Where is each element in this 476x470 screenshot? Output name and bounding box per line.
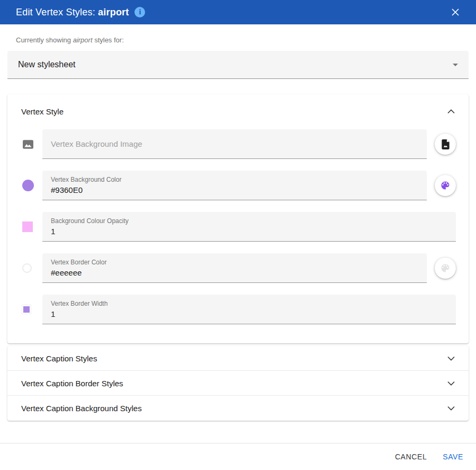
caption-style-panels: Vertex Caption Styles Vertex Caption Bor…	[7, 346, 469, 421]
chevron-up-icon	[447, 109, 455, 114]
palette-icon	[440, 180, 451, 191]
panel-vertex-caption-background-styles[interactable]: Vertex Caption Background Styles	[7, 396, 469, 421]
dropdown-caret-icon	[453, 64, 458, 66]
panel-title: Vertex Caption Border Styles	[21, 379, 123, 388]
border-width-swatch	[22, 305, 31, 314]
background-color-picker-button[interactable]	[435, 175, 456, 196]
palette-icon	[440, 263, 451, 273]
field-label: Vertex Border Color	[51, 259, 418, 266]
vertex-border-color-field[interactable]: Vertex Border Color	[42, 253, 427, 283]
vertex-border-width-input[interactable]	[51, 309, 447, 318]
opacity-swatch	[22, 221, 33, 232]
panel-vertex-caption-styles[interactable]: Vertex Caption Styles	[7, 346, 469, 371]
panel-title: Vertex Caption Styles	[21, 354, 97, 363]
vertex-background-image-input[interactable]	[51, 139, 418, 148]
close-icon	[451, 7, 460, 17]
info-icon[interactable]: i	[134, 7, 145, 17]
field-row-vertex-border-color: Vertex Border Color	[7, 253, 469, 283]
image-icon	[22, 139, 34, 149]
background-color-swatch	[22, 180, 34, 191]
vertex-background-image-field[interactable]	[42, 129, 427, 159]
dialog-header: Edit Vertex Styles: airport i	[0, 0, 476, 24]
vertex-border-color-input[interactable]	[51, 268, 418, 277]
panel-title: Vertex Caption Background Styles	[21, 404, 142, 413]
field-row-vertex-background-image	[7, 129, 469, 159]
dialog-footer: CANCEL SAVE	[0, 443, 476, 470]
close-button[interactable]	[448, 5, 462, 19]
vertex-background-color-input[interactable]	[51, 185, 418, 194]
background-colour-opacity-field[interactable]: Background Colour Opacity	[42, 212, 456, 242]
cancel-button[interactable]: CANCEL	[391, 448, 431, 465]
save-button[interactable]: SAVE	[438, 448, 468, 465]
choose-image-file-button[interactable]	[435, 134, 456, 155]
dialog-title: Edit Vertex Styles: airport	[16, 7, 129, 18]
stylesheet-select-value: New stylesheet	[18, 60, 76, 69]
entity-name: airport	[73, 36, 93, 44]
background-colour-opacity-input[interactable]	[51, 227, 447, 236]
panel-vertex-caption-border-styles[interactable]: Vertex Caption Border Styles	[7, 371, 469, 396]
vertex-style-panel-header[interactable]: Vertex Style	[7, 94, 469, 123]
image-file-icon	[441, 139, 451, 150]
vertex-style-fields: Vertex Background Color Backg	[7, 123, 469, 343]
chevron-down-icon	[447, 406, 455, 411]
field-row-vertex-border-width: Vertex Border Width	[7, 295, 469, 324]
vertex-style-panel-title: Vertex Style	[21, 107, 64, 116]
field-row-vertex-background-color: Vertex Background Color	[7, 171, 469, 200]
field-label: Background Colour Opacity	[51, 217, 447, 225]
chevron-down-icon	[447, 381, 455, 386]
field-label: Vertex Background Color	[51, 176, 418, 183]
field-row-background-colour-opacity: Background Colour Opacity	[7, 212, 469, 242]
chevron-down-icon	[447, 356, 455, 361]
stylesheet-select[interactable]: New stylesheet	[7, 51, 469, 79]
edit-vertex-styles-dialog: Edit Vertex Styles: airport i Currently …	[0, 0, 476, 470]
entity-name: airport	[98, 7, 129, 17]
border-color-swatch	[22, 263, 32, 273]
currently-showing-text: Currently showing airport styles for:	[16, 36, 460, 44]
vertex-border-width-field[interactable]: Vertex Border Width	[42, 295, 456, 324]
vertex-background-color-field[interactable]: Vertex Background Color	[42, 171, 427, 200]
vertex-style-panel: Vertex Style	[7, 94, 469, 343]
border-color-picker-button[interactable]	[435, 258, 456, 279]
field-label: Vertex Border Width	[51, 300, 447, 307]
